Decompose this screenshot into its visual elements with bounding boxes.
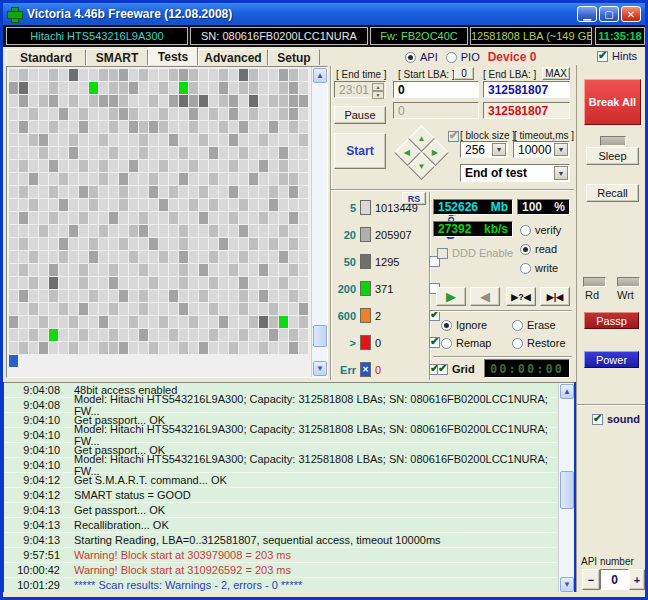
tab-tests[interactable]: Tests [148,47,198,65]
scroll-down-icon[interactable]: ▼ [313,361,327,376]
write-radio[interactable] [520,263,531,274]
spin-up-icon[interactable]: ▲ [372,83,384,91]
end-lba-input[interactable]: 312581807 [483,81,570,98]
histogram-count: 0 [375,364,381,376]
start-lba-input[interactable]: 0 [393,81,479,98]
scroll-up-icon[interactable]: ▲ [560,384,574,399]
block-cell [49,108,58,120]
block-cell [29,225,38,237]
pause-button[interactable]: Pause [334,106,386,124]
blockmap-scroll-thumb[interactable] [313,325,327,347]
api-plus-button[interactable]: + [629,569,645,590]
end-action-combo[interactable]: End of test ▼ [460,164,570,182]
log-entry: 9:04:10Model: Hitachi HTS543216L9A300; C… [4,458,557,473]
block-cell [89,316,98,328]
block-cell [169,329,178,341]
block-cell [279,212,288,224]
block-cell [19,238,28,250]
block-cell [289,264,298,276]
chevron-down-icon[interactable]: ▼ [554,166,568,180]
seek-end-button[interactable]: ▶|◀ [540,287,570,306]
recall-button[interactable]: Recall [586,184,639,202]
restore-label: Restore [527,337,566,349]
pad-option-checkbox[interactable] [448,131,459,142]
api-minus-button[interactable]: − [582,569,600,590]
spin-down-icon[interactable]: ▼ [372,91,384,99]
block-size-combo[interactable]: 256 ▼ [460,141,508,158]
block-cell [79,199,88,211]
block-cell [69,199,78,211]
erase-radio[interactable] [512,320,523,331]
timeout-combo[interactable]: 10000 ▼ [513,141,570,158]
block-cell [39,329,48,341]
block-cell [199,329,208,341]
speed-display: 27392kb/s [433,221,513,237]
zero-button[interactable]: 0 [454,67,474,80]
block-cell [69,173,78,185]
block-cell [119,342,128,354]
to-log-checkbox[interactable] [429,337,440,348]
break-all-button[interactable]: Break All [584,79,641,125]
remap-radio[interactable] [441,338,452,349]
chevron-down-icon[interactable]: ▼ [554,143,568,156]
window-title: Victoria 4.46b Freeware (12.08.2008) [27,7,232,21]
block-cell [139,69,148,81]
tab-setup[interactable]: Setup [268,49,320,65]
maximize-button[interactable]: ▢ [599,6,619,22]
log-message: Starting Reading, LBA=0..312581807, sequ… [74,534,441,546]
block-cell [89,108,98,120]
block-cell [219,134,228,146]
minimize-button[interactable]: ▁ [577,6,597,22]
end-time-field[interactable]: 23:01 ▲▼ [334,81,386,98]
end-time-spinner[interactable]: ▲▼ [372,83,384,96]
sleep-button[interactable]: Sleep [586,147,639,165]
sound-checkbox[interactable] [592,414,603,425]
window-bottom-strip [3,592,645,597]
block-cell [239,108,248,120]
histogram-row: 501295 [332,248,442,275]
block-cell [129,121,138,133]
read-label: read [535,243,557,255]
log-panel: 9:04:0848bit access enabled9:04:08Model:… [4,382,574,592]
scroll-up-icon[interactable]: ▲ [313,68,327,83]
block-cell [69,342,78,354]
power-button[interactable]: Power [584,351,639,368]
block-cell [289,95,298,107]
ddd-enable-checkbox[interactable] [437,248,448,259]
api-radio[interactable] [405,52,416,63]
block-cell [9,277,18,289]
block-cell [79,108,88,120]
grid-checkbox[interactable] [437,364,448,375]
tab-advanced[interactable]: Advanced [198,49,268,65]
ignore-radio[interactable] [441,320,452,331]
tab-smart[interactable]: SMART [86,49,148,65]
chevron-down-icon[interactable]: ▼ [492,143,506,156]
block-cell [149,186,158,198]
tab-standard[interactable]: Standard [6,49,86,65]
read-radio[interactable] [520,244,531,255]
block-cell [179,264,188,276]
block-cell [99,199,108,211]
restore-radio[interactable] [512,338,523,349]
block-cell [269,95,278,107]
block-cell [199,95,208,107]
start-button[interactable]: Start [334,133,386,169]
verify-radio[interactable] [520,225,531,236]
block-cell [29,186,38,198]
log-scrollbar[interactable]: ▲ ▼ [558,383,574,593]
log-scroll-thumb[interactable] [560,471,574,509]
hints-checkbox[interactable] [597,51,608,62]
seek-question-button[interactable]: ▶?◀ [506,287,536,306]
close-button[interactable]: ✕ [621,6,641,22]
blockmap-scrollbar[interactable]: ▲ ▼ [311,67,327,377]
scroll-down-icon[interactable]: ▼ [560,577,574,592]
block-cell [289,303,298,315]
histogram-row: Err✕0 [332,356,442,383]
passp-button[interactable]: Passp [584,312,639,329]
back-button[interactable]: ◀ [470,287,500,306]
block-cell [9,147,18,159]
drive-model: Hitachi HTS543216L9A300 [6,27,188,45]
max-button[interactable]: MAX [542,67,570,80]
play-button[interactable]: ▶ [436,287,466,306]
pio-radio[interactable] [446,52,457,63]
